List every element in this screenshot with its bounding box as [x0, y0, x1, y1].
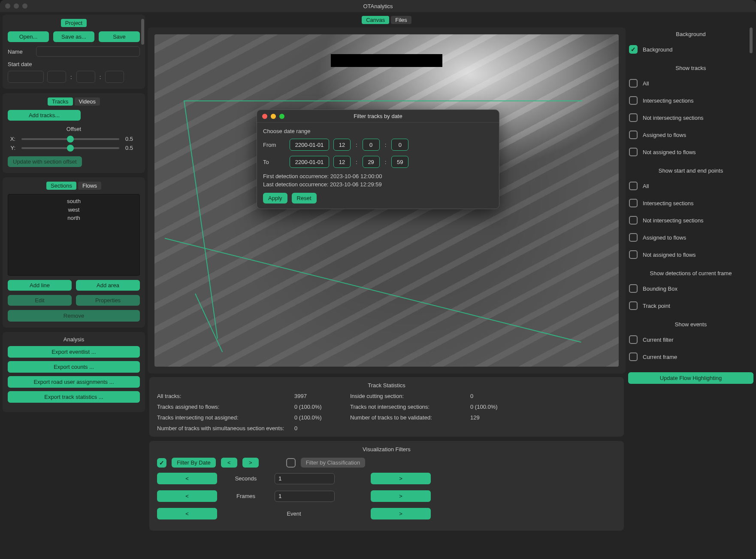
- date-input[interactable]: [8, 71, 44, 83]
- opt-label: Intersecting sections: [643, 97, 694, 104]
- update-flow-highlighting-button[interactable]: Update Flow Highlighting: [628, 372, 753, 384]
- sections-list[interactable]: south west north: [8, 194, 140, 276]
- current-filter-checkbox[interactable]: [629, 335, 638, 344]
- open-button[interactable]: Open...: [8, 31, 49, 42]
- seconds-input[interactable]: [275, 473, 335, 484]
- track-point-checkbox[interactable]: [629, 301, 638, 310]
- event-label: Event: [227, 510, 361, 517]
- filter-by-class-checkbox[interactable]: [286, 458, 296, 468]
- list-item[interactable]: west: [8, 206, 139, 214]
- tracks-assigned-checkbox[interactable]: [629, 131, 638, 139]
- stat-value: 0 (100.0%): [470, 404, 517, 410]
- apply-button[interactable]: Apply: [263, 193, 287, 204]
- saveas-button[interactable]: Save as...: [53, 31, 94, 42]
- current-frame-checkbox[interactable]: [629, 352, 638, 361]
- tab-canvas[interactable]: Canvas: [362, 16, 389, 24]
- tracks-not-assigned-checkbox[interactable]: [629, 148, 638, 156]
- minimize-icon[interactable]: [271, 114, 276, 119]
- tab-tracks[interactable]: Tracks: [48, 97, 73, 106]
- tab-flows[interactable]: Flows: [78, 182, 101, 190]
- from-sec-input[interactable]: [391, 139, 408, 151]
- from-min-input[interactable]: [363, 139, 380, 151]
- export-counts-button[interactable]: Export counts ...: [8, 361, 140, 373]
- tab-files[interactable]: Files: [391, 16, 411, 24]
- from-hour-input[interactable]: [333, 139, 351, 151]
- frames-next-button[interactable]: >: [371, 490, 431, 502]
- to-min-input[interactable]: [363, 156, 380, 168]
- close-icon[interactable]: [5, 3, 10, 9]
- x-slider[interactable]: [21, 138, 119, 140]
- save-button[interactable]: Save: [99, 31, 140, 42]
- name-input[interactable]: [36, 46, 140, 57]
- pts-not-intersecting-checkbox[interactable]: [629, 216, 638, 225]
- x-value: 0.5: [125, 136, 140, 142]
- update-offset-button[interactable]: Update with section offset: [8, 156, 82, 167]
- date-next-button[interactable]: >: [242, 458, 259, 468]
- stat-label: Tracks intersecting not assigned:: [157, 414, 294, 421]
- opt-label: Intersecting sections: [643, 200, 694, 207]
- to-sec-input[interactable]: [391, 156, 408, 168]
- list-item[interactable]: south: [8, 197, 139, 206]
- filter-by-date-checkbox[interactable]: [157, 458, 166, 468]
- seconds-label: Seconds: [227, 475, 265, 482]
- to-date-input[interactable]: [290, 156, 329, 168]
- date-prev-button[interactable]: <: [221, 458, 237, 468]
- background-checkbox[interactable]: [629, 45, 638, 54]
- close-icon[interactable]: [262, 114, 267, 119]
- zoom-icon[interactable]: [22, 3, 27, 9]
- filter-by-class-chip[interactable]: Filter by Classification: [301, 458, 365, 468]
- seconds-next-button[interactable]: >: [371, 473, 431, 484]
- tracks-not-intersecting-checkbox[interactable]: [629, 113, 638, 122]
- tab-project[interactable]: Project: [61, 19, 87, 27]
- to-label: To: [263, 159, 285, 165]
- export-assignments-button[interactable]: Export road user assignments ...: [8, 376, 140, 388]
- hour-input[interactable]: [47, 71, 66, 83]
- second-input[interactable]: [105, 71, 124, 83]
- redacted-overlay: [331, 54, 442, 67]
- from-date-input[interactable]: [290, 139, 329, 151]
- event-prev-button[interactable]: <: [157, 508, 217, 520]
- add-area-button[interactable]: Add area: [76, 280, 140, 291]
- pts-not-assigned-checkbox[interactable]: [629, 250, 638, 259]
- seconds-prev-button[interactable]: <: [157, 473, 217, 484]
- tab-videos[interactable]: Videos: [75, 97, 100, 106]
- remove-button[interactable]: Remove: [8, 310, 140, 322]
- viz-title: Visualization Filters: [157, 446, 616, 453]
- add-line-button[interactable]: Add line: [8, 280, 72, 291]
- pts-all-checkbox[interactable]: [629, 182, 638, 190]
- window-title: OTAnalytics: [363, 3, 393, 9]
- filter-by-date-chip[interactable]: Filter By Date: [172, 458, 216, 468]
- tab-sections[interactable]: Sections: [46, 182, 76, 190]
- opt-label: Background: [643, 46, 672, 53]
- window-controls[interactable]: [0, 3, 27, 9]
- edit-button[interactable]: Edit: [8, 295, 72, 306]
- properties-button[interactable]: Properties: [76, 295, 140, 306]
- pts-intersecting-checkbox[interactable]: [629, 199, 638, 207]
- y-slider[interactable]: [21, 147, 119, 149]
- list-item[interactable]: north: [8, 214, 139, 222]
- export-eventlist-button[interactable]: Export eventlist ...: [8, 346, 140, 358]
- scrollbar[interactable]: [141, 19, 144, 45]
- frames-prev-button[interactable]: <: [157, 490, 217, 502]
- minimize-icon[interactable]: [14, 3, 19, 9]
- tracks-intersecting-checkbox[interactable]: [629, 96, 638, 105]
- scrollbar[interactable]: [750, 27, 753, 53]
- minute-input[interactable]: [76, 71, 95, 83]
- to-hour-input[interactable]: [333, 156, 351, 168]
- reset-button[interactable]: Reset: [292, 193, 317, 204]
- section-line[interactable]: [184, 100, 583, 101]
- zoom-icon[interactable]: [279, 114, 284, 119]
- dialog-window-controls[interactable]: [257, 114, 284, 119]
- filter-tracks-dialog: Filter tracks by date Choose date range …: [257, 109, 499, 209]
- from-label: From: [263, 142, 285, 148]
- bounding-box-checkbox[interactable]: [629, 284, 638, 293]
- bg-heading: Background: [628, 31, 753, 37]
- event-next-button[interactable]: >: [371, 508, 431, 520]
- tracks-all-checkbox[interactable]: [629, 79, 638, 88]
- export-track-stats-button[interactable]: Export track statistics ...: [8, 391, 140, 403]
- frames-input[interactable]: [275, 491, 335, 502]
- x-label: X:: [8, 136, 15, 142]
- opt-label: Not intersecting sections: [643, 217, 704, 224]
- add-tracks-button[interactable]: Add tracks...: [8, 110, 81, 121]
- pts-assigned-checkbox[interactable]: [629, 233, 638, 242]
